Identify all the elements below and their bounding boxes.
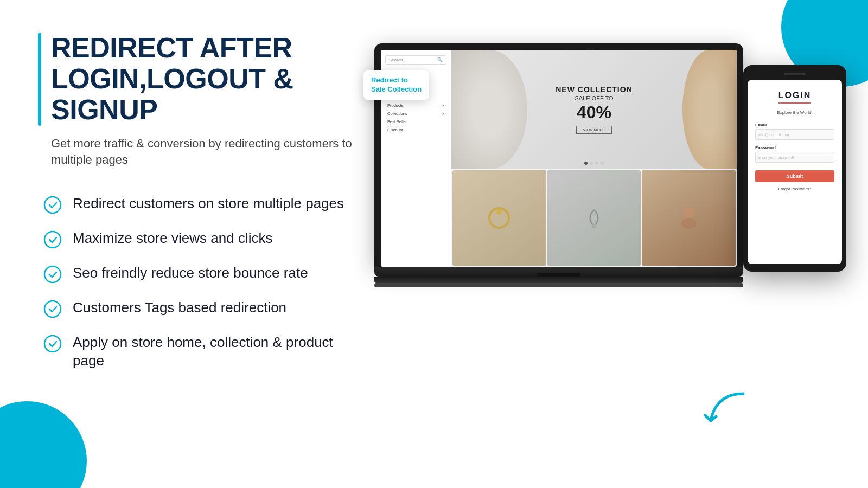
svg-point-7 [592,224,596,228]
svg-point-8 [684,207,694,218]
check-icon [43,300,62,318]
page-subtitle: Get more traffic & conversion by redirec… [51,136,353,169]
check-icon [43,335,62,353]
feature-item: Maximize store views and clicks [43,229,353,249]
laptop-foot [374,283,743,287]
redirect-badge-line2: Sale Collection [371,85,422,94]
laptop-screen-wrapper: Search... 🔍 Login / Sign Up Wishlist Car… [374,43,743,267]
feature-text: Maximize store views and clicks [73,229,272,248]
phone-password-label: Password [755,145,776,150]
hero-dot [595,162,598,165]
feature-item: Seo freindly reduce store bounce rate [43,264,353,284]
hero-new-collection: NEW COLLECTION [556,85,633,94]
title-accent-bar [38,33,41,126]
arrow-decoration [700,388,754,434]
right-panel: Redirect to Sale Collection Search... 🔍 … [374,33,830,466]
hero-dot [584,162,588,165]
phone-notch [784,73,806,75]
sidebar-nav-item[interactable]: Discount [385,126,446,134]
hero-dots [584,162,604,165]
redirect-badge: Redirect to Sale Collection [363,70,429,100]
laptop-hero-banner: NEW COLLECTION SALE OFF TO 40% VIEW MORE [451,50,737,169]
laptop-screen: Search... 🔍 Login / Sign Up Wishlist Car… [381,50,737,267]
hero-sale-off: SALE OFF TO [556,95,633,101]
sidebar-nav-item[interactable]: Collections [385,110,446,118]
svg-point-4 [44,336,61,352]
arrow-svg [700,388,754,432]
feature-item: Customers Tags based redirection [43,299,353,318]
pearl-decoration-left [451,50,527,169]
phone-email-placeholder: abc@exampl.com [758,133,789,137]
phone-forgot-password[interactable]: Forgot Password? [778,187,812,191]
phone-email-input[interactable]: abc@exampl.com [755,129,834,140]
feature-text: Redirect customers on store multiple pag… [73,195,344,213]
left-panel: REDIRECT AFTER LOGIN,LOGOUT & SIGNUP Get… [38,33,374,466]
search-text: Search... [389,57,437,62]
laptop-bottom-images [451,169,737,267]
phone-mockup: LOGIN Explore the World! Email abc@examp… [743,65,846,272]
pearl-decoration-right [682,50,737,169]
laptop-stand [374,277,743,283]
feature-text: Seo freindly reduce store bounce rate [73,264,308,282]
laptop-main-content: NEW COLLECTION SALE OFF TO 40% VIEW MORE [451,50,737,267]
feature-item: Redirect customers on store multiple pag… [43,195,353,214]
hero-dot [590,162,593,165]
product-thumbnail [642,170,736,266]
hero-text-block: NEW COLLECTION SALE OFF TO 40% VIEW MORE [556,85,633,134]
check-icon [43,196,62,214]
check-icon [43,230,62,249]
phone-explore-text: Explore the World! [777,110,813,115]
sidebar-nav-item[interactable]: Best Seller [385,118,446,126]
phone-email-label: Email [755,123,767,127]
features-list: Redirect customers on store multiple pag… [43,195,353,370]
phone-password-input[interactable]: enter your password! [755,152,834,163]
earring-icon [675,204,703,232]
hero-view-more-button[interactable]: VIEW MORE [576,126,612,134]
product-thumbnail [452,170,546,266]
svg-point-2 [44,266,61,282]
check-icon [43,265,62,284]
phone-submit-label: Submit [787,174,803,179]
laptop-mockup: Redirect to Sale Collection Search... 🔍 … [374,43,743,287]
search-icon: 🔍 [437,57,443,62]
laptop-sidebar-search: Search... 🔍 [385,55,446,65]
svg-point-3 [44,301,61,317]
phone-submit-button[interactable]: Submit [755,170,834,182]
svg-point-0 [44,197,61,213]
sidebar-nav-item[interactable]: Products [385,101,446,110]
phone-login-title: LOGIN [778,91,812,100]
svg-point-1 [44,232,61,248]
hero-dot [601,162,604,165]
feature-text: Customers Tags based redirection [73,299,286,317]
ring-icon [486,204,513,232]
laptop-base [374,267,743,277]
title-block: REDIRECT AFTER LOGIN,LOGOUT & SIGNUP [38,33,353,126]
phone-screen: LOGIN Explore the World! Email abc@examp… [748,80,842,264]
page-title: REDIRECT AFTER LOGIN,LOGOUT & SIGNUP [51,33,353,126]
hero-percent: 40% [556,102,633,123]
feature-text: Apply on store home, collection & produc… [73,333,353,370]
necklace-icon [580,204,608,232]
svg-point-9 [681,218,697,229]
phone-login-underline [778,102,811,104]
svg-point-6 [496,209,502,215]
redirect-badge-line1: Redirect to [371,76,422,85]
phone-password-placeholder: enter your password! [758,156,794,159]
product-thumbnail [547,170,641,266]
feature-item: Apply on store home, collection & produc… [43,333,353,370]
